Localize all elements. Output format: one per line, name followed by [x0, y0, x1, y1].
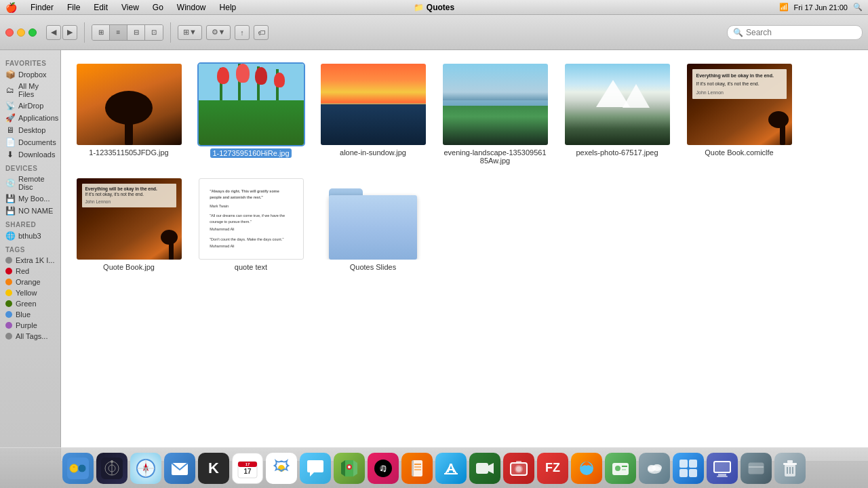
minimize-button[interactable]	[17, 28, 25, 37]
sidebar-tag-purple[interactable]: Purple	[0, 320, 60, 331]
file-name-f6: Quote Book.comiclfe	[705, 148, 774, 157]
dock-calendar[interactable]: 1717	[232, 453, 263, 484]
tag-label-all: All Tags...	[16, 332, 48, 340]
dock-firefox[interactable]	[571, 453, 602, 484]
dock-facetime[interactable]	[469, 453, 500, 484]
view-list-btn[interactable]: ≡	[110, 25, 127, 40]
sidebar-item-applications[interactable]: 🚀 Applications	[0, 112, 60, 124]
dock-filezilla[interactable]: FZ	[537, 453, 568, 484]
dock-windownizer[interactable]	[673, 453, 704, 484]
sidebar-item-bthub3[interactable]: 🌐 bthub3	[0, 230, 60, 242]
sidebar-tag-red[interactable]: Red	[0, 266, 60, 277]
tag-dot-purple	[5, 322, 12, 329]
dock-ibooks[interactable]	[401, 453, 433, 484]
sidebar-item-my-book[interactable]: 💾 My Boo...	[0, 192, 60, 205]
view-column-btn[interactable]: ⊟	[127, 25, 145, 40]
file-name-f7: Quote Book.jpg	[103, 263, 155, 271]
search-menubar-icon[interactable]: 🔍	[853, 3, 863, 12]
file-name-f8: quote text	[235, 263, 267, 271]
view-icon-btn[interactable]: ⊞	[92, 25, 110, 40]
tag-btn[interactable]: 🏷	[254, 25, 269, 40]
tag-label-purple: Purple	[16, 321, 37, 329]
dock-photobooth[interactable]	[503, 453, 534, 484]
svg-rect-53	[689, 460, 697, 468]
sidebar-label-downloads: Downloads	[18, 150, 55, 159]
dock-launchpad[interactable]	[96, 453, 127, 484]
menu-file[interactable]: File	[64, 3, 83, 12]
file-item-f3[interactable]: alone-in-sundow.jpg	[319, 64, 427, 165]
search-bar[interactable]: 🔍	[727, 25, 863, 40]
separator-1	[84, 22, 85, 43]
menu-help[interactable]: Help	[217, 3, 239, 12]
file-item-f7[interactable]: Everything will be okay in the end. If i…	[75, 178, 183, 271]
action-btn[interactable]: ⚙▼	[206, 25, 231, 40]
forward-button[interactable]: ▶	[62, 25, 77, 40]
svg-point-24	[348, 466, 351, 468]
apple-menu[interactable]: 🍎	[5, 2, 17, 13]
file-item-f2[interactable]: 1-1273595160HiRe.jpg	[197, 64, 305, 165]
dock-safari[interactable]	[130, 453, 161, 484]
dock-maps[interactable]	[334, 453, 365, 484]
devices-header: DEVICES	[0, 161, 60, 174]
arrange-btn[interactable]: ⊞▼	[178, 25, 202, 40]
sidebar-item-no-name[interactable]: 💾 NO NAME	[0, 205, 60, 217]
search-input[interactable]	[746, 28, 856, 37]
file-item-f5[interactable]: pexels-photo-67517.jpeg	[563, 64, 671, 165]
svg-rect-63	[783, 463, 797, 465]
sidebar-tag-yellow[interactable]: Yellow	[0, 287, 60, 298]
file-item-f9[interactable]: Quotes Slides	[319, 178, 427, 271]
menu-window[interactable]: Window	[174, 3, 209, 12]
share-btn[interactable]: ↑	[235, 25, 250, 40]
dock-itunes[interactable]: ♫	[368, 453, 399, 484]
dock-cardhop[interactable]	[605, 453, 636, 484]
sidebar-tag-blue[interactable]: Blue	[0, 309, 60, 320]
svg-point-51	[652, 464, 662, 471]
file-name-f3: alone-in-sundow.jpg	[340, 148, 406, 157]
main-content: FAVORITES 📦 Dropbox 🗂 All My Files 📡 Air…	[0, 50, 868, 461]
dock-mail[interactable]	[164, 453, 195, 484]
file-item-f8[interactable]: "Always do right. This will gratify some…	[197, 178, 305, 271]
svg-rect-54	[679, 469, 688, 477]
sidebar-item-remote-disc[interactable]: 💿 Remote Disc	[0, 174, 60, 192]
dock-appstore[interactable]: A	[435, 453, 467, 484]
file-item-f4[interactable]: evening-landscape-13530956185Aw.jpg	[441, 64, 549, 165]
dock-extras[interactable]	[741, 453, 772, 484]
close-button[interactable]	[5, 28, 14, 37]
documents-icon: 📄	[5, 138, 15, 147]
dock-kindle[interactable]: K	[198, 453, 229, 484]
menu-view[interactable]: View	[119, 3, 142, 12]
dock-trash[interactable]	[774, 453, 806, 484]
sidebar-label-dropbox: Dropbox	[18, 70, 47, 79]
sidebar-tag-extra[interactable]: Extra 1K I...	[0, 255, 60, 266]
sidebar-item-all-my-files[interactable]: 🗂 All My Files	[0, 81, 60, 100]
file-item-f1[interactable]: 1-1233511505JFDG.jpg	[75, 64, 183, 165]
tag-dot-green	[5, 300, 12, 307]
airdrop-icon: 📡	[5, 101, 15, 110]
menu-edit[interactable]: Edit	[91, 3, 111, 12]
file-item-f6[interactable]: Everything will be okay in the end. If i…	[685, 64, 793, 165]
maximize-button[interactable]	[28, 28, 37, 37]
tag-dot-red	[5, 268, 12, 274]
menubar: 🍎 Finder File Edit View Go Window Help 📁…	[0, 0, 868, 15]
sidebar-item-downloads[interactable]: ⬇ Downloads	[0, 148, 60, 161]
sidebar-tag-green[interactable]: Green	[0, 298, 60, 309]
sidebar-item-desktop[interactable]: 🖥 Desktop	[0, 124, 60, 136]
svg-text:♫: ♫	[379, 462, 387, 474]
back-button[interactable]: ◀	[46, 25, 61, 40]
dock-finder[interactable]	[62, 453, 94, 484]
sidebar-item-documents[interactable]: 📄 Documents	[0, 136, 60, 148]
tag-label-orange: Orange	[16, 278, 41, 286]
tag-dot-yellow	[5, 289, 12, 296]
menu-go[interactable]: Go	[150, 3, 166, 12]
view-coverflow-btn[interactable]: ⊡	[145, 25, 163, 40]
sidebar-tag-orange[interactable]: Orange	[0, 277, 60, 287]
tag-dot-blue	[5, 311, 12, 318]
dock-messages[interactable]	[300, 453, 331, 484]
dock-nuage[interactable]	[639, 453, 670, 484]
menu-finder[interactable]: Finder	[28, 3, 56, 12]
sidebar-tag-all[interactable]: All Tags...	[0, 331, 60, 342]
dock-desktop-folder[interactable]	[707, 453, 738, 484]
dock-photos[interactable]	[266, 453, 297, 484]
sidebar-item-dropbox[interactable]: 📦 Dropbox	[0, 68, 60, 81]
sidebar-item-airdrop[interactable]: 📡 AirDrop	[0, 100, 60, 112]
